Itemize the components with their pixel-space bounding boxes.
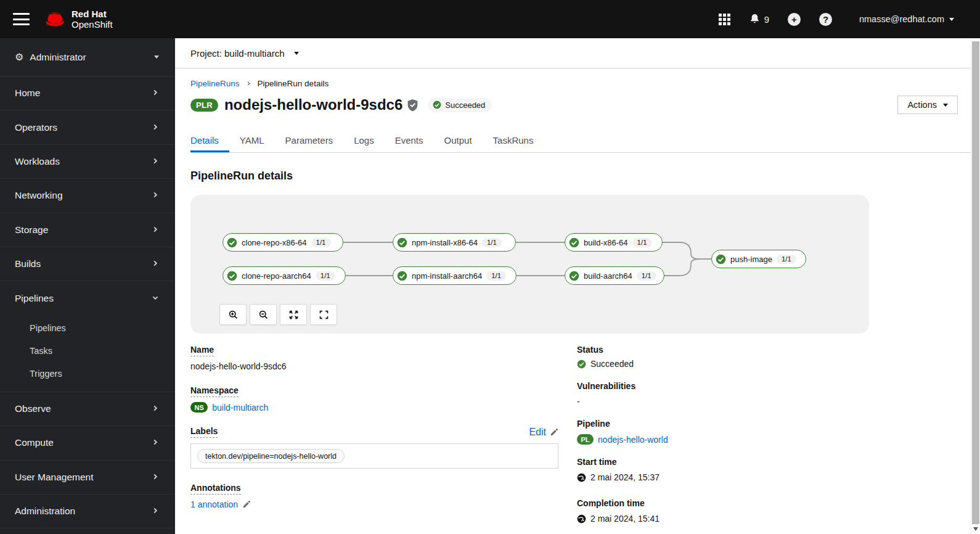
sidebar-item-storage[interactable]: Storage bbox=[0, 213, 175, 247]
sidebar-item-operators[interactable]: Operators bbox=[0, 110, 175, 144]
sidebar-item-administration[interactable]: Administration bbox=[0, 495, 175, 528]
scrollbar-thumb[interactable] bbox=[972, 41, 979, 524]
notifications-button[interactable]: 9 bbox=[749, 13, 769, 25]
start-time-value: 2 mai 2024, 15:37 bbox=[590, 472, 659, 482]
caret-down-icon bbox=[943, 104, 948, 107]
task-node-build-aarch64[interactable]: build-aarch64 1/1 bbox=[565, 266, 664, 285]
start-time-label: Start time bbox=[577, 457, 617, 467]
completion-time-label: Completion time bbox=[577, 498, 645, 508]
main-content: Project: build-multiarch PipelineRuns Pi… bbox=[175, 38, 980, 534]
pipeline-link[interactable]: nodejs-hello-world bbox=[598, 435, 668, 445]
pipeline-visualization: clone-repo-x86-64 1/1 npm-install-x86-64… bbox=[190, 195, 869, 334]
sidebar-item-networking[interactable]: Networking bbox=[0, 179, 175, 213]
task-runs-badge: 1/1 bbox=[311, 238, 331, 247]
breadcrumb: PipelineRuns PipelineRun details bbox=[190, 79, 958, 88]
task-succeeded-icon bbox=[227, 271, 237, 281]
breadcrumb-pipelineruns-link[interactable]: PipelineRuns bbox=[190, 79, 240, 88]
task-runs-badge: 1/1 bbox=[777, 255, 796, 264]
reset-view-button[interactable] bbox=[310, 304, 337, 325]
task-succeeded-icon bbox=[227, 237, 237, 248]
sidebar-item-home[interactable]: Home bbox=[0, 76, 175, 110]
section-title: PipelineRun details bbox=[190, 170, 958, 183]
task-node-npm-install-x86-64[interactable]: npm-install-x86-64 1/1 bbox=[393, 233, 516, 252]
add-button[interactable]: + bbox=[788, 13, 801, 26]
caret-down-icon bbox=[949, 18, 954, 21]
globe-icon bbox=[577, 473, 586, 482]
task-runs-badge: 1/1 bbox=[632, 238, 652, 247]
labels-box: tekton.dev/pipeline=nodejs-hello-world bbox=[190, 443, 558, 469]
status-label: Status bbox=[577, 345, 603, 355]
perspective-label: Administrator bbox=[30, 52, 86, 63]
tab-yaml[interactable]: YAML bbox=[229, 129, 275, 152]
chevron-right-icon bbox=[152, 156, 159, 167]
details-left-column: Name nodejs-hello-world-9sdc6 Namespace … bbox=[190, 344, 558, 534]
annotations-link[interactable]: 1 annotation bbox=[190, 499, 238, 509]
help-button[interactable]: ? bbox=[819, 13, 832, 26]
pencil-icon[interactable] bbox=[242, 500, 251, 509]
bell-icon bbox=[749, 13, 761, 25]
task-node-npm-install-aarch64[interactable]: npm-install-aarch64 1/1 bbox=[393, 266, 517, 285]
sidebar-subitem-pipelines[interactable]: Pipelines bbox=[0, 317, 175, 340]
project-selector-label: Project: build-multiarch bbox=[190, 48, 285, 59]
namespace-resource-badge: NS bbox=[190, 402, 208, 413]
chevron-right-icon bbox=[152, 190, 159, 201]
vulnerabilities-value: - bbox=[577, 396, 580, 406]
task-node-push-image[interactable]: push-image 1/1 bbox=[711, 250, 806, 268]
chevron-down-icon bbox=[152, 293, 159, 304]
task-succeeded-icon bbox=[569, 237, 579, 248]
zoom-in-button[interactable] bbox=[219, 304, 247, 325]
globe-icon bbox=[577, 514, 586, 524]
pipelinerun-resource-badge: PLR bbox=[190, 99, 218, 112]
completion-time-value: 2 mai 2024, 15:41 bbox=[590, 514, 659, 524]
sidebar-item-observe[interactable]: Observe bbox=[0, 392, 175, 426]
chevron-right-icon bbox=[152, 258, 159, 269]
task-succeeded-icon bbox=[716, 254, 726, 265]
sidebar-item-compute[interactable]: Compute bbox=[0, 426, 175, 460]
task-succeeded-icon bbox=[569, 271, 579, 281]
sidebar-item-builds[interactable]: Builds bbox=[0, 247, 175, 281]
sidebar-item-pipelines[interactable]: Pipelines bbox=[0, 281, 175, 315]
actions-button[interactable]: Actions bbox=[897, 96, 958, 114]
nav-toggle-icon[interactable] bbox=[13, 13, 30, 25]
task-node-build-x86-64[interactable]: build-x86-64 1/1 bbox=[565, 233, 663, 252]
chevron-right-icon bbox=[152, 437, 159, 448]
tab-taskruns[interactable]: TaskRuns bbox=[483, 129, 544, 152]
labels-edit-link[interactable]: Edit bbox=[529, 427, 546, 438]
sidebar-item-workloads[interactable]: Workloads bbox=[0, 145, 175, 179]
sidebar-item-user-management[interactable]: User Management bbox=[0, 461, 175, 495]
zoom-out-button[interactable] bbox=[250, 304, 277, 325]
cogs-icon: ⚙ bbox=[15, 51, 23, 63]
user-menu[interactable]: nmasse@redhat.com bbox=[859, 14, 954, 24]
tab-output[interactable]: Output bbox=[434, 129, 483, 152]
perspective-switcher[interactable]: ⚙ Administrator bbox=[0, 38, 175, 76]
chevron-right-icon bbox=[152, 122, 159, 133]
caret-down-icon bbox=[294, 52, 299, 55]
pencil-icon[interactable] bbox=[550, 428, 558, 437]
sidebar-subitem-triggers[interactable]: Triggers bbox=[0, 363, 175, 385]
task-node-clone-repo-x86-64[interactable]: clone-repo-x86-64 1/1 bbox=[223, 233, 343, 252]
fit-to-screen-button[interactable] bbox=[280, 304, 307, 325]
plus-circle-icon: + bbox=[788, 13, 801, 26]
project-selector[interactable]: Project: build-multiarch bbox=[175, 38, 980, 68]
masthead: Red Hat OpenShift 9 + ? nmasse@redhat.co… bbox=[0, 0, 980, 38]
tab-details[interactable]: Details bbox=[190, 129, 229, 152]
scroll-down-arrow[interactable] bbox=[973, 527, 978, 531]
task-succeeded-icon bbox=[397, 237, 407, 248]
tab-parameters[interactable]: Parameters bbox=[275, 129, 344, 152]
task-node-clone-repo-aarch64[interactable]: clone-repo-aarch64 1/1 bbox=[223, 266, 346, 285]
graph-toolbar bbox=[219, 304, 337, 325]
task-runs-badge: 1/1 bbox=[482, 238, 502, 247]
tab-logs[interactable]: Logs bbox=[343, 129, 385, 152]
question-circle-icon: ? bbox=[819, 13, 832, 26]
breadcrumb-current: PipelineRun details bbox=[258, 79, 329, 88]
label-chip: tekton.dev/pipeline=nodejs-hello-world bbox=[197, 449, 345, 463]
sidebar-subitem-tasks[interactable]: Tasks bbox=[0, 340, 175, 363]
annotations-label: Annotations bbox=[190, 483, 241, 495]
app-launcher-icon[interactable] bbox=[719, 14, 730, 25]
tab-events[interactable]: Events bbox=[385, 129, 434, 152]
namespace-link[interactable]: build-multiarch bbox=[212, 403, 268, 413]
brand-text: Red Hat OpenShift bbox=[71, 9, 113, 30]
details-right-column: Status Succeeded Vulnerabilities - Pipel… bbox=[577, 344, 958, 534]
brand-logo[interactable]: Red Hat OpenShift bbox=[43, 9, 113, 30]
chevron-right-icon bbox=[152, 472, 159, 483]
